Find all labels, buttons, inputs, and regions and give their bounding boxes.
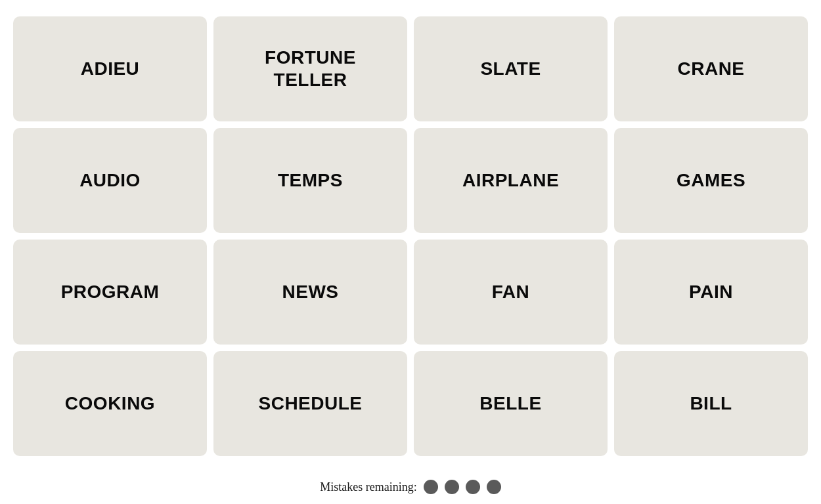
cell-label-schedule: SCHEDULE — [252, 386, 368, 421]
cell-cooking[interactable]: COOKING — [13, 351, 207, 456]
cell-audio[interactable]: AUDIO — [13, 128, 207, 233]
cell-news[interactable]: NEWS — [213, 240, 407, 345]
cell-label-slate: SLATE — [474, 51, 547, 87]
cell-label-crane: CRANE — [671, 51, 751, 87]
cell-belle[interactable]: BELLE — [414, 351, 608, 456]
cell-schedule[interactable]: SCHEDULE — [213, 351, 407, 456]
cell-label-pain: PAIN — [682, 274, 740, 310]
cell-label-fan: FAN — [485, 274, 537, 310]
word-grid: ADIEUFORTUNETELLERSLATECRANEAUDIOTEMPSAI… — [0, 3, 821, 469]
cell-fan[interactable]: FAN — [414, 240, 608, 345]
cell-label-program: PROGRAM — [55, 274, 166, 310]
cell-slate[interactable]: SLATE — [414, 16, 608, 121]
cell-airplane[interactable]: AIRPLANE — [414, 128, 608, 233]
cell-label-news: NEWS — [276, 274, 345, 310]
cell-label-adieu: ADIEU — [74, 51, 146, 87]
cell-fortune-teller[interactable]: FORTUNETELLER — [213, 16, 407, 121]
cell-temps[interactable]: TEMPS — [213, 128, 407, 233]
cell-games[interactable]: GAMES — [614, 128, 808, 233]
cell-label-cooking: COOKING — [58, 386, 162, 421]
mistake-dot-4 — [487, 480, 501, 494]
mistake-dot-2 — [445, 480, 459, 494]
cell-adieu[interactable]: ADIEU — [13, 16, 207, 121]
cell-label-airplane: AIRPLANE — [456, 163, 566, 198]
cell-bill[interactable]: BILL — [614, 351, 808, 456]
cell-program[interactable]: PROGRAM — [13, 240, 207, 345]
cell-label-temps: TEMPS — [271, 163, 349, 198]
cell-crane[interactable]: CRANE — [614, 16, 808, 121]
cell-label-games: GAMES — [670, 163, 752, 198]
mistakes-label: Mistakes remaining: — [320, 480, 416, 494]
cell-label-fortune-teller: FORTUNETELLER — [258, 40, 363, 97]
cell-label-bill: BILL — [683, 386, 738, 421]
mistake-dot-3 — [466, 480, 480, 494]
mistakes-section: Mistakes remaining: — [320, 480, 500, 494]
cell-label-belle: BELLE — [473, 386, 548, 421]
cell-pain[interactable]: PAIN — [614, 240, 808, 345]
cell-label-audio: AUDIO — [73, 163, 147, 198]
mistake-dot-1 — [424, 480, 438, 494]
